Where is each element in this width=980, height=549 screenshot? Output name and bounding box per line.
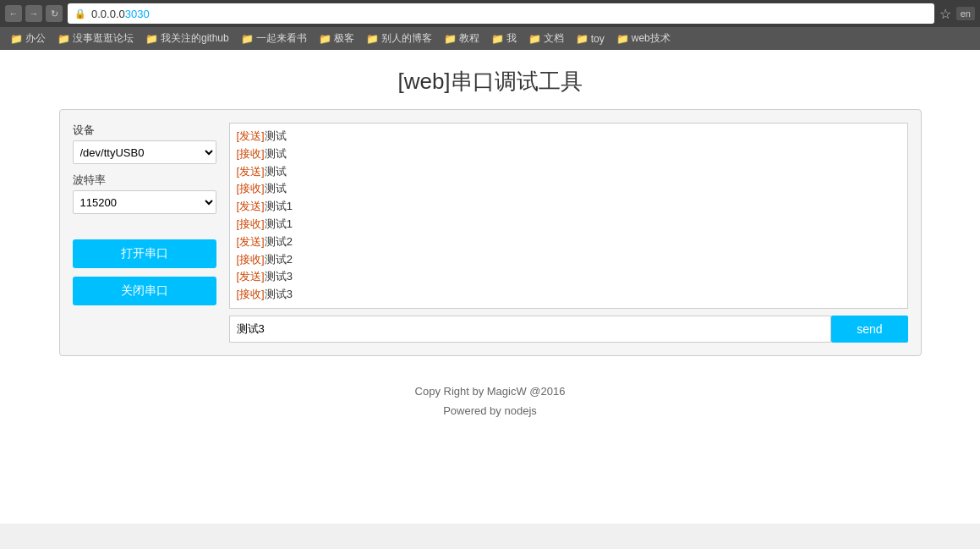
bookmark-label: 一起来看书 bbox=[256, 31, 307, 46]
log-line: [发送]测试1 bbox=[237, 198, 901, 216]
log-line: [接收]测试 bbox=[237, 180, 901, 198]
language-button[interactable]: en bbox=[956, 7, 975, 20]
device-select[interactable]: /dev/ttyUSB0 /dev/ttyUSB1 /dev/ttyS0 bbox=[73, 140, 216, 164]
folder-icon: 📁 bbox=[57, 33, 70, 45]
bookmark-item-10[interactable]: 📁 web技术 bbox=[611, 30, 676, 47]
send-button[interactable]: send bbox=[831, 316, 907, 343]
bookmark-item-9[interactable]: 📁 toy bbox=[571, 31, 610, 47]
right-panel: [发送]测试[接收]测试[发送]测试[接收]测试[发送]测试1[接收]测试1[发… bbox=[229, 123, 908, 343]
folder-icon: 📁 bbox=[576, 33, 589, 45]
left-panel: 设备 /dev/ttyUSB0 /dev/ttyUSB1 /dev/ttyS0 … bbox=[73, 123, 216, 343]
bookmark-label: 教程 bbox=[459, 31, 479, 46]
folder-icon: 📁 bbox=[444, 33, 457, 45]
bookmark-item-1[interactable]: 📁 没事逛逛论坛 bbox=[52, 30, 139, 47]
log-line: [发送]测试 bbox=[237, 163, 901, 181]
log-line: [发送]测试2 bbox=[237, 233, 901, 251]
log-line: [接收]测试 bbox=[237, 145, 901, 163]
device-section: 设备 /dev/ttyUSB0 /dev/ttyUSB1 /dev/ttyS0 bbox=[73, 123, 216, 164]
footer: Copy Right by MagicW @2016 Powered by no… bbox=[0, 356, 980, 438]
bookmark-label: 我 bbox=[506, 31, 517, 46]
folder-icon: 📁 bbox=[616, 33, 629, 45]
log-line: [发送]测试 bbox=[237, 128, 901, 145]
bookmark-label: 文档 bbox=[544, 31, 564, 46]
baud-select[interactable]: 9600 19200 38400 57600 115200 bbox=[73, 190, 216, 214]
input-row: send bbox=[229, 316, 908, 343]
browser-chrome: ← → ↻ 🔒 0.0.0.03030 ☆ en bbox=[0, 0, 980, 27]
page-title: [web]串口调试工具 bbox=[0, 50, 980, 109]
bookmark-label: toy bbox=[591, 33, 605, 45]
folder-icon: 📁 bbox=[528, 33, 541, 45]
log-line: [接收]测试1 bbox=[237, 216, 901, 233]
bookmark-label: 没事逛逛论坛 bbox=[73, 31, 134, 46]
log-line: [接收]测试3 bbox=[237, 286, 901, 304]
bookmarks-bar: 📁 办公 📁 没事逛逛论坛 📁 我关注的github 📁 一起来看书 📁 极客 … bbox=[0, 27, 980, 50]
bookmark-label: 别人的博客 bbox=[381, 31, 432, 46]
address-text: 0.0.0.03030 bbox=[91, 8, 150, 20]
bookmark-item-5[interactable]: 📁 别人的博客 bbox=[361, 30, 437, 47]
bookmark-label: 办公 bbox=[25, 31, 46, 46]
log-area: [发送]测试[接收]测试[发送]测试[接收]测试[发送]测试1[接收]测试1[发… bbox=[229, 123, 908, 309]
address-bar[interactable]: 🔒 0.0.0.03030 bbox=[68, 3, 934, 24]
bookmark-label: 极客 bbox=[334, 31, 354, 46]
reload-button[interactable]: ↻ bbox=[46, 5, 63, 22]
bookmark-label: 我关注的github bbox=[161, 31, 229, 46]
message-input[interactable] bbox=[229, 316, 832, 343]
bookmark-star-icon[interactable]: ☆ bbox=[939, 6, 951, 22]
folder-icon: 📁 bbox=[491, 33, 504, 45]
main-panel: 设备 /dev/ttyUSB0 /dev/ttyUSB1 /dev/ttyS0 … bbox=[42, 109, 939, 356]
open-port-button[interactable]: 打开串口 bbox=[73, 239, 216, 268]
nav-controls: ← → ↻ bbox=[5, 5, 63, 22]
page-content: [web]串口调试工具 设备 /dev/ttyUSB0 /dev/ttyUSB1… bbox=[0, 50, 980, 524]
baud-section: 波特率 9600 19200 38400 57600 115200 bbox=[73, 173, 216, 214]
footer-powered: Powered by nodejs bbox=[0, 401, 980, 420]
folder-icon: 📁 bbox=[145, 33, 158, 45]
back-button[interactable]: ← bbox=[5, 5, 22, 22]
bookmark-item-2[interactable]: 📁 我关注的github bbox=[140, 30, 234, 47]
bookmark-item-0[interactable]: 📁 办公 bbox=[5, 30, 51, 47]
close-port-button[interactable]: 关闭串口 bbox=[73, 277, 216, 305]
bookmark-label: web技术 bbox=[632, 31, 671, 46]
device-label: 设备 bbox=[73, 123, 216, 138]
baud-label: 波特率 bbox=[73, 173, 216, 188]
folder-icon: 📁 bbox=[319, 33, 331, 45]
log-line: [接收]测试2 bbox=[237, 251, 901, 269]
folder-icon: 📁 bbox=[366, 33, 379, 45]
tool-container: 设备 /dev/ttyUSB0 /dev/ttyUSB1 /dev/ttyS0 … bbox=[59, 109, 922, 356]
lock-icon: 🔒 bbox=[74, 8, 86, 19]
folder-icon: 📁 bbox=[10, 33, 23, 45]
log-line: [发送]测试3 bbox=[237, 268, 901, 286]
bookmark-item-8[interactable]: 📁 文档 bbox=[523, 30, 569, 47]
folder-icon: 📁 bbox=[241, 33, 254, 45]
forward-button[interactable]: → bbox=[25, 5, 42, 22]
bookmark-item-6[interactable]: 📁 教程 bbox=[439, 30, 485, 47]
bookmark-item-7[interactable]: 📁 我 bbox=[486, 30, 522, 47]
bookmark-item-3[interactable]: 📁 一起来看书 bbox=[236, 30, 312, 47]
bookmark-item-4[interactable]: 📁 极客 bbox=[314, 30, 359, 47]
footer-copyright: Copy Right by MagicW @2016 bbox=[0, 382, 980, 401]
